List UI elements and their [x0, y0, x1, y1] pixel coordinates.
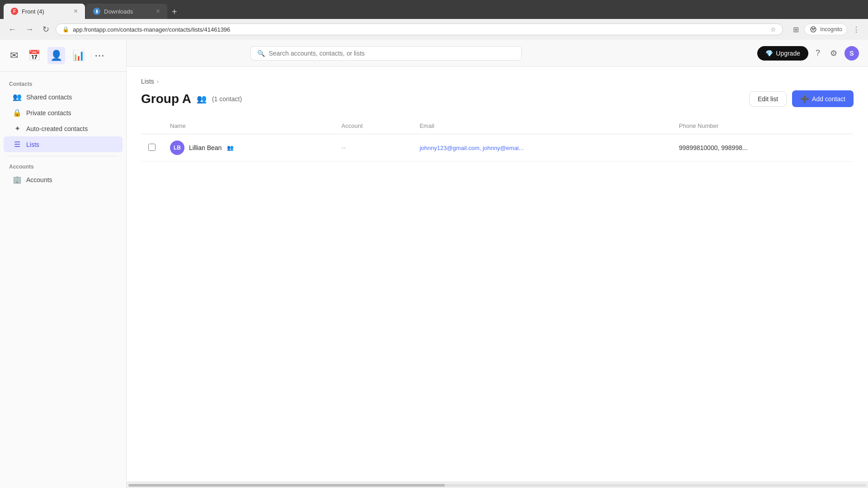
- main-toolbar: 🔍 💎 Upgrade ? ⚙ S: [127, 40, 868, 67]
- sidebar-item-accounts[interactable]: 🏢 Accounts: [4, 172, 123, 188]
- tab-downloads[interactable]: ⬇ Downloads ×: [86, 4, 167, 19]
- shared-contacts-label: Shared contacts: [26, 94, 72, 101]
- tab-downloads-label: Downloads: [104, 8, 133, 15]
- contact-account: --: [341, 144, 345, 151]
- contact-name-link[interactable]: Lillian Bean: [189, 144, 222, 151]
- add-contact-icon: ➕: [800, 94, 809, 103]
- sidebar-item-shared-contacts[interactable]: 👥 Shared contacts: [4, 89, 123, 105]
- incognito-badge[interactable]: Incognito: [804, 23, 847, 35]
- upgrade-button[interactable]: 💎 Upgrade: [757, 46, 808, 61]
- incognito-icon: [809, 25, 817, 33]
- upgrade-label: Upgrade: [776, 50, 800, 57]
- accounts-label: Accounts: [26, 176, 52, 183]
- contact-count: (1 contact): [212, 95, 242, 103]
- lists-label: Lists: [26, 141, 39, 148]
- col-phone: Phone Number: [672, 118, 854, 134]
- contact-phone: 99899810000, 998998...: [679, 144, 748, 151]
- breadcrumb-chevron: ›: [157, 78, 159, 85]
- scrollbar-track: [128, 484, 866, 487]
- svg-point-1: [814, 28, 815, 29]
- accounts-icon: 🏢: [13, 175, 22, 184]
- private-contacts-label: Private contacts: [26, 109, 71, 117]
- contact-name-cell: LB Lillian Bean 👥: [170, 141, 327, 155]
- sidebar-divider: [7, 156, 119, 156]
- contacts-section-label: Contacts: [0, 77, 126, 89]
- search-area: 🔍: [250, 46, 522, 61]
- shared-contacts-icon: 👥: [13, 93, 22, 101]
- back-button[interactable]: ←: [5, 23, 19, 36]
- private-contacts-icon: 🔒: [13, 108, 22, 117]
- horizontal-scrollbar[interactable]: [127, 482, 868, 488]
- tab-front[interactable]: F Front (4) ×: [4, 4, 85, 19]
- address-bar[interactable]: 🔒 app.frontapp.com/contacts-manager/cont…: [56, 23, 783, 35]
- shared-contact-icon: 👥: [227, 145, 234, 151]
- upgrade-gem-icon: 💎: [765, 50, 773, 57]
- sidebar: ✉ 📅 👤 📊 ⋯ Contacts 👥 Shared contacts 🔒 P…: [0, 40, 127, 488]
- lists-icon: ☰: [13, 140, 22, 149]
- page-header: Group A 👥 (1 contact) Edit list ➕ Add co…: [141, 90, 854, 107]
- extensions-button[interactable]: ⊞: [790, 23, 802, 36]
- refresh-button[interactable]: ↻: [40, 23, 52, 36]
- close-tab-front[interactable]: ×: [74, 7, 78, 15]
- edit-list-button[interactable]: Edit list: [749, 91, 787, 107]
- avatar-initials: LB: [174, 145, 181, 151]
- search-input[interactable]: [269, 50, 515, 57]
- calendar-icon[interactable]: 📅: [25, 47, 43, 64]
- add-contact-label: Add contact: [812, 95, 845, 103]
- main-content: Lists › Group A 👥 (1 contact) Edit list …: [127, 67, 868, 488]
- accounts-section-label: Accounts: [0, 160, 126, 172]
- sidebar-item-lists[interactable]: ☰ Lists: [4, 136, 123, 152]
- lock-icon: 🔒: [62, 26, 69, 33]
- col-account: Account: [334, 118, 412, 134]
- search-icon: 🔍: [257, 50, 265, 57]
- svg-point-0: [812, 28, 813, 29]
- col-email: Email: [412, 118, 672, 134]
- scrollbar-thumb: [128, 484, 445, 487]
- header-actions: Edit list ➕ Add contact: [749, 90, 854, 107]
- forward-button[interactable]: →: [23, 23, 36, 36]
- toolbar-right: 💎 Upgrade ? ⚙ S: [757, 46, 859, 61]
- col-checkbox: [141, 118, 163, 134]
- more-icon[interactable]: ⋯: [92, 47, 107, 64]
- contacts-table: Name Account Email Phone Number: [141, 118, 854, 162]
- incognito-label: Incognito: [820, 26, 842, 33]
- bookmark-icon[interactable]: ☆: [770, 26, 776, 33]
- col-name: Name: [163, 118, 334, 134]
- help-button[interactable]: ?: [813, 46, 823, 61]
- contact-email[interactable]: johnny123@gmail.com, johnny@emai...: [420, 145, 524, 151]
- new-tab-button[interactable]: +: [168, 5, 181, 19]
- contact-avatar: LB: [170, 141, 184, 155]
- breadcrumb: Lists ›: [141, 78, 854, 85]
- page-title-area: Group A 👥 (1 contact): [141, 92, 242, 106]
- breadcrumb-lists[interactable]: Lists: [141, 78, 154, 85]
- browser-menu-button[interactable]: ⋮: [850, 23, 863, 36]
- downloads-favicon: ⬇: [93, 8, 100, 15]
- address-text: app.frontapp.com/contacts-manager/contac…: [73, 26, 767, 33]
- sidebar-item-auto-created[interactable]: ✦ Auto-created contacts: [4, 121, 123, 136]
- inbox-icon[interactable]: ✉: [7, 47, 21, 64]
- auto-created-icon: ✦: [13, 124, 22, 133]
- tab-front-label: Front (4): [22, 8, 44, 15]
- user-avatar[interactable]: S: [844, 46, 859, 61]
- sidebar-item-private-contacts[interactable]: 🔒 Private contacts: [4, 105, 123, 121]
- page-title: Group A: [141, 92, 191, 106]
- group-contacts-icon: 👥: [197, 94, 207, 104]
- row-checkbox[interactable]: [148, 144, 156, 151]
- contacts-icon[interactable]: 👤: [47, 47, 65, 64]
- settings-button[interactable]: ⚙: [827, 46, 840, 61]
- auto-created-label: Auto-created contacts: [26, 125, 88, 132]
- front-favicon: F: [11, 8, 18, 15]
- add-contact-button[interactable]: ➕ Add contact: [792, 90, 854, 107]
- analytics-icon[interactable]: 📊: [70, 47, 87, 64]
- close-tab-downloads[interactable]: ×: [156, 7, 160, 15]
- table-row: LB Lillian Bean 👥 -- johnny123@gmail.com…: [141, 134, 854, 162]
